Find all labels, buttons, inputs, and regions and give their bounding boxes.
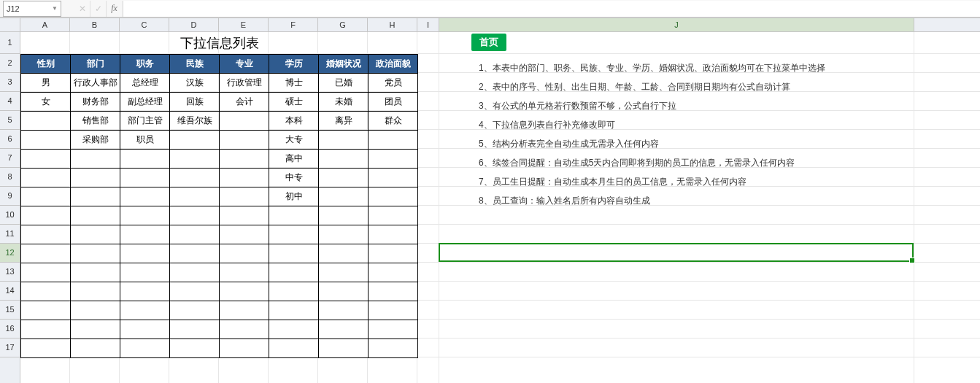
table-cell[interactable] bbox=[369, 301, 418, 320]
table-cell[interactable]: 部门主管 bbox=[120, 111, 170, 130]
table-cell[interactable] bbox=[21, 301, 71, 320]
cells-container[interactable]: 下拉信息列表 性别部门职务民族专业学历婚姻状况政治面貌 男行政人事部总经理汉族行… bbox=[20, 32, 980, 383]
col-header-g[interactable]: G bbox=[318, 18, 368, 31]
table-cell[interactable] bbox=[71, 338, 120, 357]
table-cell[interactable] bbox=[120, 149, 170, 168]
table-cell[interactable] bbox=[220, 130, 269, 149]
table-cell[interactable] bbox=[269, 244, 319, 263]
table-cell[interactable] bbox=[269, 206, 319, 225]
table-cell[interactable] bbox=[120, 263, 170, 282]
table-cell[interactable] bbox=[170, 168, 220, 187]
table-cell[interactable] bbox=[120, 225, 170, 244]
table-cell[interactable] bbox=[369, 168, 418, 187]
table-cell[interactable] bbox=[319, 168, 369, 187]
table-cell[interactable] bbox=[21, 338, 71, 357]
table-cell[interactable] bbox=[71, 149, 120, 168]
row-header-11[interactable]: 11 bbox=[0, 225, 20, 244]
row-header-15[interactable]: 15 bbox=[0, 301, 20, 320]
table-cell[interactable]: 本科 bbox=[269, 111, 319, 130]
table-cell[interactable]: 会计 bbox=[220, 92, 269, 111]
table-cell[interactable] bbox=[120, 282, 170, 301]
table-cell[interactable] bbox=[71, 301, 120, 320]
table-header-cell[interactable]: 民族 bbox=[170, 54, 220, 73]
table-cell[interactable]: 中专 bbox=[269, 168, 319, 187]
row-header-16[interactable]: 16 bbox=[0, 320, 20, 338]
table-cell[interactable] bbox=[21, 244, 71, 263]
table-header-cell[interactable]: 性别 bbox=[21, 54, 71, 73]
table-cell[interactable] bbox=[21, 168, 71, 187]
table-cell[interactable] bbox=[269, 301, 319, 320]
row-header-6[interactable]: 6 bbox=[0, 130, 20, 149]
table-cell[interactable] bbox=[170, 187, 220, 206]
select-all-corner[interactable] bbox=[0, 18, 20, 31]
table-cell[interactable] bbox=[120, 244, 170, 263]
table-cell[interactable] bbox=[269, 225, 319, 244]
name-box-dropdown-icon[interactable]: ▼ bbox=[52, 5, 58, 12]
table-cell[interactable] bbox=[319, 301, 369, 320]
table-cell[interactable] bbox=[71, 263, 120, 282]
table-cell[interactable] bbox=[220, 111, 269, 130]
table-cell[interactable]: 已婚 bbox=[319, 73, 369, 92]
table-cell[interactable] bbox=[21, 111, 71, 130]
table-cell[interactable] bbox=[170, 130, 220, 149]
table-cell[interactable] bbox=[319, 225, 369, 244]
table-cell[interactable]: 财务部 bbox=[71, 92, 120, 111]
table-cell[interactable] bbox=[319, 263, 369, 282]
table-cell[interactable]: 行政人事部 bbox=[71, 73, 120, 92]
table-cell[interactable] bbox=[220, 320, 269, 338]
table-cell[interactable] bbox=[369, 282, 418, 301]
table-cell[interactable] bbox=[21, 320, 71, 338]
table-cell[interactable] bbox=[21, 130, 71, 149]
table-cell[interactable]: 男 bbox=[21, 73, 71, 92]
table-cell[interactable] bbox=[220, 168, 269, 187]
table-cell[interactable] bbox=[220, 263, 269, 282]
table-cell[interactable]: 销售部 bbox=[71, 111, 120, 130]
name-box[interactable]: J12 ▼ bbox=[3, 1, 61, 17]
table-cell[interactable] bbox=[170, 301, 220, 320]
row-header-2[interactable]: 2 bbox=[0, 54, 20, 73]
row-header-12[interactable]: 12 bbox=[0, 244, 20, 263]
table-cell[interactable] bbox=[170, 282, 220, 301]
table-cell[interactable]: 总经理 bbox=[120, 73, 170, 92]
table-cell[interactable]: 团员 bbox=[369, 92, 418, 111]
table-cell[interactable] bbox=[319, 130, 369, 149]
table-cell[interactable]: 离异 bbox=[319, 111, 369, 130]
col-header-a[interactable]: A bbox=[20, 18, 70, 31]
table-cell[interactable] bbox=[369, 130, 418, 149]
homepage-button[interactable]: 首页 bbox=[471, 34, 506, 51]
col-header-i[interactable]: I bbox=[417, 18, 439, 31]
table-cell[interactable] bbox=[269, 338, 319, 357]
insert-function-button[interactable]: fx bbox=[107, 1, 123, 17]
row-header-1[interactable]: 1 bbox=[0, 32, 20, 54]
table-cell[interactable] bbox=[220, 301, 269, 320]
table-cell[interactable] bbox=[21, 206, 71, 225]
table-cell[interactable]: 汉族 bbox=[170, 73, 220, 92]
table-cell[interactable] bbox=[319, 206, 369, 225]
table-cell[interactable] bbox=[369, 244, 418, 263]
col-header-f[interactable]: F bbox=[269, 18, 318, 31]
row-header-4[interactable]: 4 bbox=[0, 92, 20, 111]
row-header-10[interactable]: 10 bbox=[0, 206, 20, 225]
table-cell[interactable] bbox=[319, 338, 369, 357]
table-header-cell[interactable]: 政治面貌 bbox=[369, 54, 418, 73]
table-cell[interactable]: 行政管理 bbox=[220, 73, 269, 92]
table-cell[interactable]: 博士 bbox=[269, 73, 319, 92]
table-cell[interactable] bbox=[21, 282, 71, 301]
table-cell[interactable] bbox=[21, 263, 71, 282]
row-header-3[interactable]: 3 bbox=[0, 73, 20, 92]
table-cell[interactable] bbox=[170, 338, 220, 357]
table-cell[interactable] bbox=[369, 320, 418, 338]
table-cell[interactable]: 未婚 bbox=[319, 92, 369, 111]
table-cell[interactable] bbox=[319, 187, 369, 206]
table-cell[interactable] bbox=[220, 149, 269, 168]
table-cell[interactable]: 职员 bbox=[120, 130, 170, 149]
table-cell[interactable] bbox=[120, 301, 170, 320]
table-cell[interactable] bbox=[21, 225, 71, 244]
col-header-b[interactable]: B bbox=[70, 18, 120, 31]
table-cell[interactable] bbox=[21, 187, 71, 206]
table-cell[interactable] bbox=[319, 320, 369, 338]
col-header-j[interactable]: J bbox=[439, 18, 914, 31]
col-header-e[interactable]: E bbox=[219, 18, 269, 31]
table-cell[interactable]: 大专 bbox=[269, 130, 319, 149]
table-cell[interactable] bbox=[120, 206, 170, 225]
